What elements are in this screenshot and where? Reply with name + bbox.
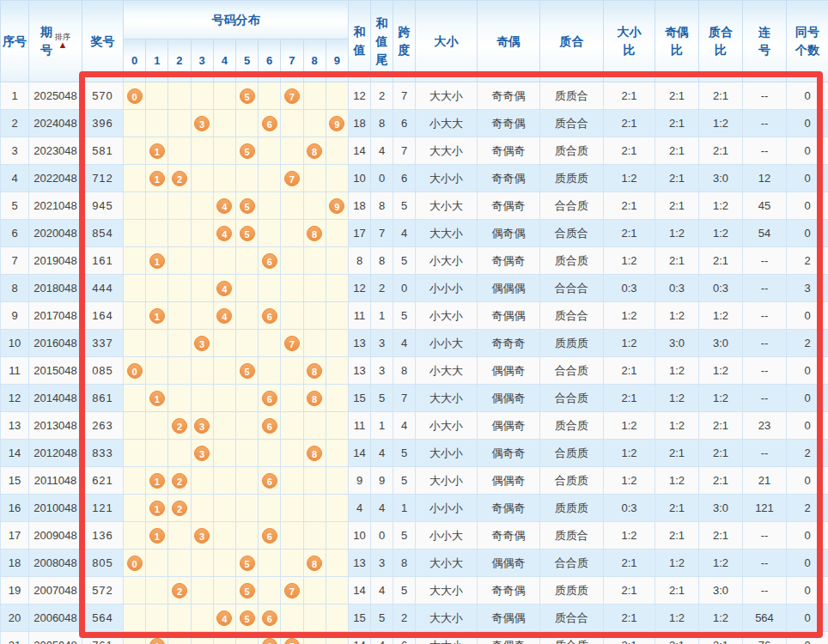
ball-1: 1: [149, 473, 165, 489]
digit-cell-7: [281, 110, 303, 137]
digit-cell-7: 7: [281, 82, 303, 110]
digit-cell-5: [235, 275, 258, 302]
col-header-digit-4: 4: [213, 39, 235, 82]
col-header-same-count: 同号 个数: [787, 1, 828, 82]
digit-cell-2: [168, 632, 191, 644]
sum-cell: 14: [349, 440, 371, 467]
parity-cell: 奇奇偶: [478, 110, 540, 137]
digit-cell-4: [213, 357, 235, 385]
digit-cell-0: [124, 165, 146, 192]
size-ratio-cell: 2:1: [604, 357, 655, 385]
parity-cell: 奇偶偶: [478, 302, 540, 330]
number-cell: 945: [82, 192, 124, 220]
col-header-consecutive: 连 号: [743, 1, 787, 82]
digit-cell-2: [168, 82, 191, 110]
size-cell: 大大小: [416, 220, 478, 247]
seq-cell: 19: [1, 577, 29, 605]
prime-ratio-cell: 1:2: [699, 385, 743, 412]
digit-cell-9: [326, 440, 348, 467]
prime-cell: 合合合: [540, 275, 604, 302]
seq-cell: 1: [1, 82, 29, 110]
size-cell: 小大小: [416, 302, 478, 330]
ball-6: 6: [262, 418, 277, 434]
col-header-size: 大小: [416, 1, 478, 82]
seq-cell: 10: [1, 330, 29, 357]
parity-ratio-cell: 2:1: [655, 440, 699, 467]
sum-cell: 15: [349, 385, 371, 412]
parity-cell: 偶偶奇: [478, 412, 540, 440]
sum-tail-cell: 0: [371, 522, 393, 550]
digit-cell-8: [303, 82, 326, 110]
table-header: 序号 期 号 排序 ▲ 奖号 号码分布 和 值 和 值 尾 跨 度 大小 奇偶 …: [1, 1, 828, 82]
size-cell: 大小大: [416, 192, 478, 220]
same-count-cell: 2: [787, 330, 828, 357]
period-cell: 2009048: [29, 522, 82, 550]
digit-cell-5: 5: [235, 220, 258, 247]
digit-cell-4: 4: [213, 220, 235, 247]
parity-cell: 奇奇奇: [478, 330, 540, 357]
digit-cell-5: 5: [235, 192, 258, 220]
sum-tail-cell: 4: [371, 632, 393, 644]
ball-7: 7: [284, 171, 300, 186]
digit-cell-1: 1: [146, 467, 168, 495]
parity-cell: 奇奇偶: [478, 82, 540, 110]
prime-cell: 合质合: [540, 220, 604, 247]
prime-ratio-cell: 1:2: [699, 302, 743, 330]
digit-cell-3: [191, 385, 213, 412]
ball-5: 5: [240, 88, 255, 104]
digit-cell-6: [259, 192, 281, 220]
size-cell: 大小小: [416, 440, 478, 467]
table-row: 120250485700571227大大小奇奇偶质质合2:12:12:1--0: [1, 82, 828, 110]
parity-cell: 偶奇奇: [478, 440, 540, 467]
sum-tail-cell: 4: [371, 577, 393, 605]
sort-control[interactable]: 排序 ▲: [55, 33, 70, 50]
prime-ratio-cell: 1:2: [699, 220, 743, 247]
span-cell: 5: [393, 577, 416, 605]
ball-4: 4: [216, 226, 232, 241]
digit-cell-8: [303, 605, 326, 632]
parity-cell: 奇偶奇: [478, 495, 540, 522]
prime-cell: 质质合: [540, 82, 604, 110]
digit-cell-6: [259, 137, 281, 165]
consecutive-cell: --: [743, 330, 787, 357]
ball-5: 5: [240, 226, 255, 241]
consecutive-cell: 45: [743, 192, 787, 220]
table-row: 152011048621126995大小小偶偶奇合质质1:21:22:1210: [1, 467, 828, 495]
parity-ratio-cell: 3:0: [655, 330, 699, 357]
digit-cell-5: [235, 385, 258, 412]
digit-cell-8: 8: [303, 357, 326, 385]
parity-ratio-cell: 0:3: [655, 275, 699, 302]
digit-cell-9: [326, 412, 348, 440]
col-header-digit-5: 5: [235, 39, 258, 82]
digit-cell-8: [303, 522, 326, 550]
sum-cell: 8: [349, 247, 371, 275]
digit-cell-5: [235, 522, 258, 550]
digit-cell-8: [303, 110, 326, 137]
sum-cell: 11: [349, 412, 371, 440]
same-count-cell: 0: [787, 467, 828, 495]
digit-cell-6: [259, 330, 281, 357]
sum-cell: 11: [349, 302, 371, 330]
span-cell: 5: [393, 522, 416, 550]
digit-cell-2: [168, 220, 191, 247]
span-cell: 5: [393, 302, 416, 330]
parity-cell: 奇偶奇: [478, 192, 540, 220]
sum-cell: 9: [349, 467, 371, 495]
digit-cell-4: 4: [213, 605, 235, 632]
sum-cell: 14: [349, 137, 371, 165]
prime-ratio-cell: 3:0: [699, 495, 743, 522]
prime-ratio-cell: 1:2: [699, 110, 743, 137]
digit-cell-1: 1: [146, 302, 168, 330]
number-cell: 161: [82, 247, 124, 275]
digit-cell-3: 3: [191, 330, 213, 357]
number-cell: 564: [82, 605, 124, 632]
digit-cell-2: [168, 550, 191, 577]
digit-cell-5: 5: [235, 357, 258, 385]
digit-cell-3: 3: [191, 412, 213, 440]
prime-ratio-cell: 2:1: [699, 467, 743, 495]
span-cell: 6: [393, 165, 416, 192]
digit-cell-6: [259, 440, 281, 467]
seq-cell: 21: [1, 632, 29, 644]
digit-cell-0: [124, 632, 146, 644]
ball-4: 4: [216, 611, 232, 626]
